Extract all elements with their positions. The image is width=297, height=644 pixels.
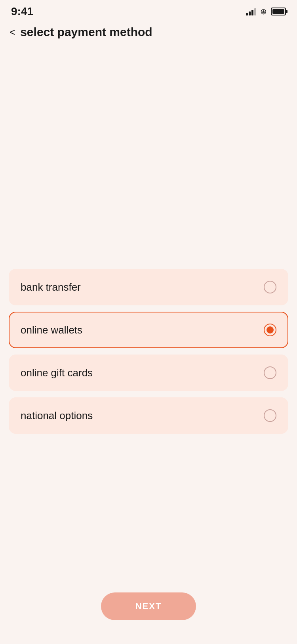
payment-option-online-gift-cards[interactable]: online gift cards (9, 355, 288, 391)
battery-icon (271, 8, 286, 15)
payment-option-label: national options (21, 410, 93, 422)
payment-option-national-options[interactable]: national options (9, 397, 288, 434)
signal-icon (246, 8, 256, 15)
payment-option-label: online wallets (21, 324, 82, 336)
back-chevron-icon: < (10, 27, 15, 37)
radio-button-national-options[interactable] (264, 409, 276, 422)
payment-option-label: online gift cards (21, 367, 93, 379)
radio-button-online-wallets[interactable] (264, 324, 276, 336)
status-time: 9:41 (11, 5, 33, 18)
radio-inner-dot (267, 326, 274, 334)
status-icons: ⊛ (246, 7, 286, 16)
back-button[interactable]: < (10, 27, 15, 37)
next-button[interactable]: NEXT (101, 592, 196, 620)
status-bar: 9:41 ⊛ (0, 0, 297, 21)
page-title: select payment method (20, 25, 152, 39)
next-button-container: NEXT (101, 592, 196, 620)
payment-option-label: bank transfer (21, 281, 81, 293)
payment-option-bank-transfer[interactable]: bank transfer (9, 269, 288, 305)
payment-option-online-wallets[interactable]: online wallets (9, 312, 288, 348)
radio-button-online-gift-cards[interactable] (264, 366, 276, 379)
payment-options-list: bank transfer online wallets online gift… (0, 261, 297, 448)
header: < select payment method (0, 21, 297, 47)
radio-button-bank-transfer[interactable] (264, 281, 276, 293)
wifi-icon: ⊛ (260, 7, 267, 16)
